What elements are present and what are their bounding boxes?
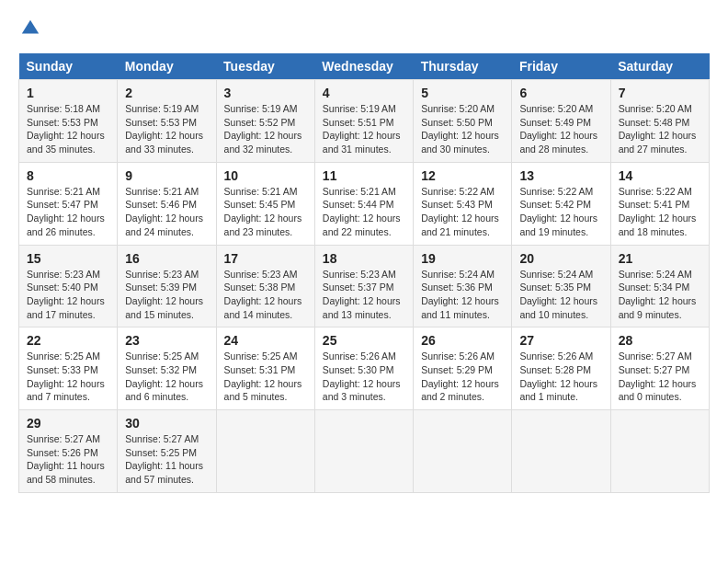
empty-day xyxy=(314,410,413,493)
logo xyxy=(18,18,40,39)
header-row: SundayMondayTuesdayWednesdayThursdayFrid… xyxy=(19,53,710,80)
day-info: Sunrise: 5:22 AM Sunset: 5:43 PM Dayligh… xyxy=(421,185,504,239)
day-number: 26 xyxy=(421,333,504,348)
empty-day xyxy=(216,410,314,493)
day-header-wednesday: Wednesday xyxy=(314,53,413,80)
calendar-week-3: 15Sunrise: 5:23 AM Sunset: 5:40 PM Dayli… xyxy=(19,245,710,327)
empty-day xyxy=(512,410,610,493)
calendar-day-13: 13Sunrise: 5:22 AM Sunset: 5:42 PM Dayli… xyxy=(512,162,610,245)
calendar-day-2: 2Sunrise: 5:19 AM Sunset: 5:53 PM Daylig… xyxy=(118,80,216,163)
day-number: 28 xyxy=(619,333,701,348)
calendar-day-7: 7Sunrise: 5:20 AM Sunset: 5:48 PM Daylig… xyxy=(610,80,709,163)
day-number: 27 xyxy=(519,333,602,348)
day-info: Sunrise: 5:25 AM Sunset: 5:33 PM Dayligh… xyxy=(27,350,109,404)
calendar-day-19: 19Sunrise: 5:24 AM Sunset: 5:36 PM Dayli… xyxy=(414,245,512,327)
calendar-day-4: 4Sunrise: 5:19 AM Sunset: 5:51 PM Daylig… xyxy=(314,80,413,163)
calendar-day-8: 8Sunrise: 5:21 AM Sunset: 5:47 PM Daylig… xyxy=(19,162,118,245)
day-number: 3 xyxy=(224,86,307,100)
day-info: Sunrise: 5:23 AM Sunset: 5:40 PM Dayligh… xyxy=(27,268,109,322)
day-info: Sunrise: 5:20 AM Sunset: 5:50 PM Dayligh… xyxy=(421,102,504,156)
day-number: 1 xyxy=(27,86,109,100)
day-info: Sunrise: 5:19 AM Sunset: 5:52 PM Dayligh… xyxy=(224,102,307,156)
day-number: 18 xyxy=(323,251,405,266)
calendar-day-3: 3Sunrise: 5:19 AM Sunset: 5:52 PM Daylig… xyxy=(216,80,314,163)
logo-icon xyxy=(20,18,40,39)
day-info: Sunrise: 5:26 AM Sunset: 5:29 PM Dayligh… xyxy=(421,350,504,404)
calendar-week-1: 1Sunrise: 5:18 AM Sunset: 5:53 PM Daylig… xyxy=(19,80,710,163)
day-info: Sunrise: 5:20 AM Sunset: 5:49 PM Dayligh… xyxy=(519,102,602,156)
day-header-saturday: Saturday xyxy=(610,53,709,80)
day-number: 15 xyxy=(27,251,109,266)
day-number: 20 xyxy=(519,251,602,266)
calendar-week-2: 8Sunrise: 5:21 AM Sunset: 5:47 PM Daylig… xyxy=(19,162,710,245)
day-info: Sunrise: 5:21 AM Sunset: 5:44 PM Dayligh… xyxy=(323,185,405,239)
empty-day xyxy=(414,410,512,493)
day-info: Sunrise: 5:23 AM Sunset: 5:38 PM Dayligh… xyxy=(224,268,307,322)
calendar-day-12: 12Sunrise: 5:22 AM Sunset: 5:43 PM Dayli… xyxy=(414,162,512,245)
calendar-day-28: 28Sunrise: 5:27 AM Sunset: 5:27 PM Dayli… xyxy=(610,327,709,410)
calendar-day-27: 27Sunrise: 5:26 AM Sunset: 5:28 PM Dayli… xyxy=(512,327,610,410)
day-info: Sunrise: 5:26 AM Sunset: 5:30 PM Dayligh… xyxy=(323,350,405,404)
day-number: 22 xyxy=(27,333,109,348)
day-info: Sunrise: 5:24 AM Sunset: 5:34 PM Dayligh… xyxy=(619,268,701,322)
calendar-day-16: 16Sunrise: 5:23 AM Sunset: 5:39 PM Dayli… xyxy=(118,245,216,327)
day-info: Sunrise: 5:22 AM Sunset: 5:42 PM Dayligh… xyxy=(519,185,602,239)
day-header-thursday: Thursday xyxy=(414,53,512,80)
day-info: Sunrise: 5:24 AM Sunset: 5:36 PM Dayligh… xyxy=(421,268,504,322)
calendar-day-17: 17Sunrise: 5:23 AM Sunset: 5:38 PM Dayli… xyxy=(216,245,314,327)
calendar-day-6: 6Sunrise: 5:20 AM Sunset: 5:49 PM Daylig… xyxy=(512,80,610,163)
calendar-day-10: 10Sunrise: 5:21 AM Sunset: 5:45 PM Dayli… xyxy=(216,162,314,245)
day-info: Sunrise: 5:27 AM Sunset: 5:26 PM Dayligh… xyxy=(27,432,109,487)
day-info: Sunrise: 5:21 AM Sunset: 5:45 PM Dayligh… xyxy=(224,185,307,239)
svg-marker-0 xyxy=(22,20,39,34)
empty-day xyxy=(610,410,709,493)
day-number: 13 xyxy=(519,168,602,183)
day-number: 4 xyxy=(323,86,405,100)
day-number: 10 xyxy=(224,168,307,183)
page-header xyxy=(18,18,710,39)
day-number: 29 xyxy=(27,416,109,431)
calendar-day-23: 23Sunrise: 5:25 AM Sunset: 5:32 PM Dayli… xyxy=(118,327,216,410)
day-info: Sunrise: 5:21 AM Sunset: 5:46 PM Dayligh… xyxy=(125,185,208,239)
calendar-table: SundayMondayTuesdayWednesdayThursdayFrid… xyxy=(18,53,710,493)
calendar-day-5: 5Sunrise: 5:20 AM Sunset: 5:50 PM Daylig… xyxy=(414,80,512,163)
day-number: 30 xyxy=(125,416,208,431)
calendar-day-26: 26Sunrise: 5:26 AM Sunset: 5:29 PM Dayli… xyxy=(414,327,512,410)
day-number: 21 xyxy=(619,251,701,266)
day-info: Sunrise: 5:18 AM Sunset: 5:53 PM Dayligh… xyxy=(27,102,109,156)
day-info: Sunrise: 5:26 AM Sunset: 5:28 PM Dayligh… xyxy=(519,350,602,404)
day-number: 24 xyxy=(224,333,307,348)
calendar-day-22: 22Sunrise: 5:25 AM Sunset: 5:33 PM Dayli… xyxy=(19,327,118,410)
day-info: Sunrise: 5:25 AM Sunset: 5:32 PM Dayligh… xyxy=(125,350,208,404)
day-info: Sunrise: 5:23 AM Sunset: 5:39 PM Dayligh… xyxy=(125,268,208,322)
day-number: 6 xyxy=(519,86,602,100)
calendar-day-11: 11Sunrise: 5:21 AM Sunset: 5:44 PM Dayli… xyxy=(314,162,413,245)
day-number: 2 xyxy=(125,86,208,100)
calendar-day-21: 21Sunrise: 5:24 AM Sunset: 5:34 PM Dayli… xyxy=(610,245,709,327)
calendar-day-24: 24Sunrise: 5:25 AM Sunset: 5:31 PM Dayli… xyxy=(216,327,314,410)
day-info: Sunrise: 5:25 AM Sunset: 5:31 PM Dayligh… xyxy=(224,350,307,404)
day-info: Sunrise: 5:20 AM Sunset: 5:48 PM Dayligh… xyxy=(619,102,701,156)
day-number: 19 xyxy=(421,251,504,266)
day-info: Sunrise: 5:19 AM Sunset: 5:51 PM Dayligh… xyxy=(323,102,405,156)
day-header-monday: Monday xyxy=(118,53,216,80)
day-header-sunday: Sunday xyxy=(19,53,118,80)
calendar-day-25: 25Sunrise: 5:26 AM Sunset: 5:30 PM Dayli… xyxy=(314,327,413,410)
calendar-day-29: 29Sunrise: 5:27 AM Sunset: 5:26 PM Dayli… xyxy=(19,410,118,493)
day-number: 7 xyxy=(619,86,701,100)
day-info: Sunrise: 5:27 AM Sunset: 5:25 PM Dayligh… xyxy=(125,432,208,487)
day-header-friday: Friday xyxy=(512,53,610,80)
day-number: 12 xyxy=(421,168,504,183)
calendar-day-30: 30Sunrise: 5:27 AM Sunset: 5:25 PM Dayli… xyxy=(118,410,216,493)
day-number: 9 xyxy=(125,168,208,183)
calendar-day-18: 18Sunrise: 5:23 AM Sunset: 5:37 PM Dayli… xyxy=(314,245,413,327)
calendar-week-5: 29Sunrise: 5:27 AM Sunset: 5:26 PM Dayli… xyxy=(19,410,710,493)
day-number: 11 xyxy=(323,168,405,183)
calendar-day-9: 9Sunrise: 5:21 AM Sunset: 5:46 PM Daylig… xyxy=(118,162,216,245)
day-number: 17 xyxy=(224,251,307,266)
calendar-day-14: 14Sunrise: 5:22 AM Sunset: 5:41 PM Dayli… xyxy=(610,162,709,245)
calendar-week-4: 22Sunrise: 5:25 AM Sunset: 5:33 PM Dayli… xyxy=(19,327,710,410)
day-info: Sunrise: 5:19 AM Sunset: 5:53 PM Dayligh… xyxy=(125,102,208,156)
calendar-day-20: 20Sunrise: 5:24 AM Sunset: 5:35 PM Dayli… xyxy=(512,245,610,327)
day-info: Sunrise: 5:21 AM Sunset: 5:47 PM Dayligh… xyxy=(27,185,109,239)
